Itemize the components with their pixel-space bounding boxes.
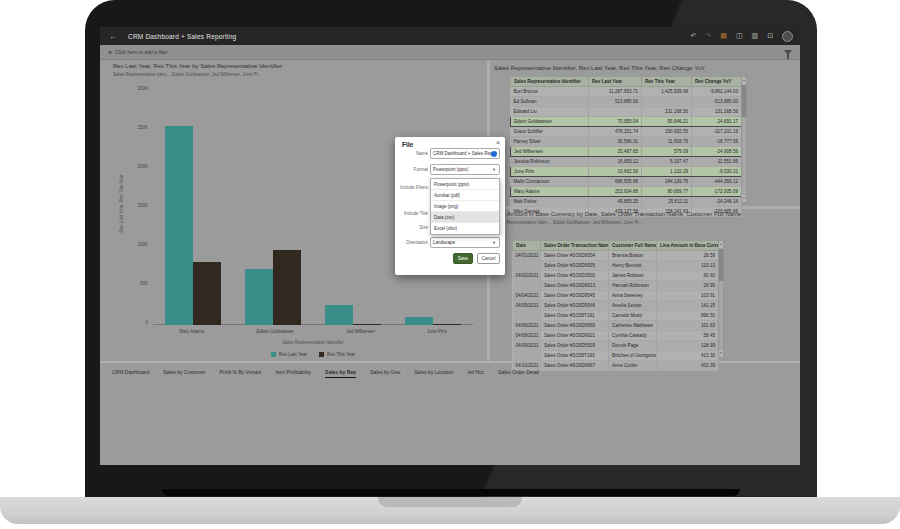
add-filter-control[interactable]: ⊕ Click here to add a filter	[108, 49, 168, 55]
format-option[interactable]: Image (png)	[431, 201, 499, 212]
orientation-select[interactable]: Landscape ▼	[430, 237, 500, 248]
bar[interactable]	[405, 317, 433, 325]
y-tick-label: 0	[113, 321, 148, 325]
bar[interactable]	[433, 324, 461, 325]
x-tick-label: Jed Wilbersen	[346, 329, 375, 334]
rep-table-row[interactable]: Edwin Goldwasser 70,955.04 95,646.21 24,…	[511, 117, 742, 127]
rep-table-scrollbar[interactable]: ▴ ▾	[741, 76, 747, 203]
unsaved-changes-icon[interactable]: ▤	[720, 32, 727, 40]
order-name-cell: Sales Order #SO0D9513	[541, 281, 609, 291]
order-name-cell: Sales Order #SO0D9504	[541, 251, 609, 261]
rep-table-row[interactable]: June Piris 10,662.50 1,132.29 -9,530.21	[511, 167, 742, 177]
orders-table-header-cell[interactable]: Sales Order Transaction Name	[541, 241, 609, 251]
orders-table-row[interactable]: Sales Order #SO0D9505 Henry Bennett 110.…	[513, 261, 719, 271]
dashboard-tab[interactable]: Sales by Rep	[325, 365, 356, 378]
format-select[interactable]: Powerpoint (pptx) ▼	[430, 164, 500, 175]
redo-icon[interactable]: ↷	[705, 32, 711, 40]
close-icon[interactable]: ×	[496, 139, 500, 146]
bar[interactable]	[325, 305, 353, 325]
format-option[interactable]: Excel (xlsx)	[431, 223, 499, 234]
bar[interactable]	[193, 262, 221, 325]
rep-table-row[interactable]: Burt Brocus 11,287,653.71 1,425,509.68 -…	[511, 87, 742, 97]
dashboard-tab[interactable]: Item Profitability	[275, 365, 311, 377]
cancel-button[interactable]: Cancel	[477, 253, 500, 264]
scrollbar-thumb[interactable]	[719, 249, 723, 281]
rep-table-row[interactable]: Edward Liu 131,168.56 131,168.56	[511, 107, 742, 117]
rep-table-row[interactable]: Jed Wilbersen 25,487.65 579.09 -24,908.5…	[511, 147, 742, 157]
customer-name-cell: Hannah Robinson	[609, 281, 657, 291]
rep-table-row[interactable]: Malin Concannon 688,505.88 244,139.76 -4…	[511, 177, 742, 187]
format-value: Powerpoint (pptx)	[433, 167, 468, 172]
orders-table-row[interactable]: Sales Order #SO0D9513 Hannah Robinson 28…	[513, 281, 719, 291]
rev-change-cell: -18,777.56	[692, 137, 742, 147]
rep-table-header-cell[interactable]: Rev Last Year	[589, 77, 642, 87]
present-icon[interactable]: ⊡	[767, 32, 773, 40]
rep-table-row[interactable]: Ed Sullivan 513,885.00 -513,885.00	[511, 97, 742, 107]
chart-legend: Rev Last Year Rev This Year	[153, 352, 473, 357]
name-input[interactable]: CRM Dashboard + Sales Repor	[430, 148, 500, 159]
rep-table-row[interactable]: Matt Fisher 49,859.25 25,611.11 -24,248.…	[511, 197, 742, 207]
orders-table-row[interactable]: 04/08/2021 Sales Order #SO0D9621 Cynthia…	[513, 331, 719, 341]
dialog-title: File	[402, 141, 413, 148]
customer-name-cell: Brianna Boston	[609, 251, 657, 261]
filter-bar[interactable]: ⊕ Click here to add a filter	[100, 45, 800, 60]
bar[interactable]	[165, 126, 193, 326]
orders-table-row[interactable]: 04/05/2021 Sales Order #SO0D9546 Amelia …	[513, 301, 719, 311]
legend-swatch	[319, 352, 324, 357]
scroll-up-icon[interactable]: ▴	[742, 77, 746, 84]
rep-table-row[interactable]: Jessica Robinson 16,659.12 5,107.47 -11,…	[511, 157, 742, 167]
user-avatar[interactable]	[782, 31, 793, 42]
line-amount-cell: 101.83	[657, 321, 719, 331]
dashboard-tab[interactable]: CRM Dashboard	[112, 365, 149, 377]
rev-this-year-cell: 1,132.29	[642, 167, 692, 177]
dashboard-tab[interactable]: Sales by Customer	[163, 365, 205, 377]
scroll-up-icon[interactable]: ▴	[719, 241, 723, 248]
orders-table-scrollbar[interactable]: ▴ ▾	[718, 240, 724, 358]
rep-table-header-cell[interactable]: Rev This Year	[642, 77, 692, 87]
dashboard-tab[interactable]: Sales Order Detail	[498, 365, 539, 377]
legend-swatch	[271, 352, 276, 357]
save-button[interactable]: Save	[453, 253, 473, 264]
rep-table-row[interactable]: Grace Schiffer 478,151.74 150,920.55 -32…	[511, 127, 742, 137]
orders-table-row[interactable]: 04/01/2021 Sales Order #SO0D9504 Brianna…	[513, 251, 719, 261]
orders-table-row[interactable]: 04/06/2021 Sales Order #SO0D9569 Catheri…	[513, 321, 719, 331]
order-date-cell	[513, 311, 541, 321]
rev-last-year-cell: 25,487.65	[589, 147, 642, 157]
legend-item[interactable]: Rev Last Year	[271, 352, 307, 357]
scroll-down-icon[interactable]: ▾	[719, 350, 723, 357]
orders-table-row[interactable]: Sales Order #SO05T161 Camelot Music 896.…	[513, 311, 719, 321]
back-button[interactable]: ←	[100, 32, 117, 41]
filter-icon[interactable]	[784, 50, 792, 55]
scroll-down-icon[interactable]: ▾	[742, 195, 746, 202]
format-option[interactable]: Powerpoint (pptx)	[431, 179, 499, 190]
rep-table-header-cell[interactable]: Sales Representative Identifier	[511, 77, 589, 87]
line-amount-cell: 28.59	[657, 251, 719, 261]
rep-table-row[interactable]: Harvey Silver 30,596.31 11,818.75 -18,77…	[511, 137, 742, 147]
dashboard-tab[interactable]: Sales by Location	[414, 365, 453, 377]
bar[interactable]	[245, 269, 273, 325]
scrollbar-thumb[interactable]	[742, 85, 746, 117]
format-option[interactable]: Acrobat (pdf)	[431, 190, 499, 201]
add-filter-icon: ⊕	[108, 49, 112, 55]
export-icon[interactable]: ◫	[736, 32, 743, 40]
name-field-badge-icon[interactable]	[491, 151, 497, 157]
orders-table-row[interactable]: 04/02/2021 Sales Order #SO0D3500 James R…	[513, 271, 719, 281]
undo-icon[interactable]: ↶	[691, 32, 697, 40]
dashboard-tab[interactable]: Profit % By Vendor	[220, 365, 262, 377]
orders-table-row[interactable]: Sales Order #SO05T163 Britches of George…	[513, 351, 719, 361]
legend-item[interactable]: Rev This Year	[319, 352, 355, 357]
annotate-icon[interactable]: ▥	[752, 32, 759, 40]
rev-this-year-cell: 244,139.76	[642, 177, 692, 187]
bar[interactable]	[353, 324, 381, 325]
orders-table-header-cell[interactable]: Customer Full Name	[609, 241, 657, 251]
orders-table-header-cell[interactable]: Date	[513, 241, 541, 251]
rep-table-header-cell[interactable]: Rev Change YoY	[692, 77, 742, 87]
orders-table-row[interactable]: 04/04/2021 Sales Order #SO0D9545 Anna Sw…	[513, 291, 719, 301]
orders-table-row[interactable]: 04/09/2021 Sales Order #SO0D5509 Dennis …	[513, 341, 719, 351]
dashboard-tab[interactable]: Ad Hoc	[468, 365, 484, 377]
format-option[interactable]: Data (csv)	[431, 212, 499, 223]
rep-table-row[interactable]: Mary Adams 253,604.86 80,669.77 -172,935…	[511, 187, 742, 197]
orders-table-header-cell[interactable]: Line Amount in Base Currency	[657, 241, 719, 251]
bar[interactable]	[273, 250, 301, 325]
dashboard-tab[interactable]: Sales by Geo	[370, 365, 400, 377]
